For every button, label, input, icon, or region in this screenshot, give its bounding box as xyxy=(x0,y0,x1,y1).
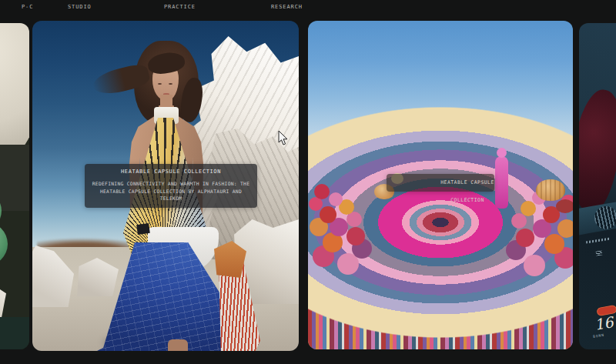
project-description: REDEFINING CONNECTIVITY AND WARMTH IN FA… xyxy=(89,180,253,202)
garment-device xyxy=(136,223,150,235)
model-eyes xyxy=(158,83,162,85)
temperature-value: 16 xyxy=(593,312,616,333)
page: { "nav": { "items": [ { "label": "P-C" }… xyxy=(0,0,616,364)
project-title: HEATABLE CAPSULE COLLECTION xyxy=(89,169,253,175)
nav-item-studio[interactable]: STUDIO xyxy=(68,4,92,10)
nav-item-research[interactable]: RESEARCH xyxy=(271,4,303,10)
rainbow-carpet xyxy=(308,103,573,342)
model-leg xyxy=(168,339,188,351)
project-card-fashion[interactable]: HEATABLE CAPSULE COLLECTION REDEFINING C… xyxy=(32,21,299,351)
nav-item-logo[interactable]: P-C xyxy=(22,4,33,10)
project-overlay: HEATABLE CAPSULE COLLECTION REDEFINING C… xyxy=(85,164,257,208)
project-card-desert[interactable]: HEATABLE CAPSULE COLLECTION xyxy=(308,21,573,349)
cursor-icon xyxy=(278,131,289,149)
project-overlay: HEATABLE CAPSULE COLLECTION xyxy=(387,174,494,192)
green-blob xyxy=(0,222,8,266)
knit-ball xyxy=(556,199,573,213)
pompom-flowers xyxy=(308,21,314,27)
project-card-partial-left[interactable] xyxy=(0,23,29,349)
globe-icon xyxy=(594,206,616,229)
caption-text-line xyxy=(586,238,611,244)
project-card-partial-right[interactable]: 16 BONN xyxy=(579,23,616,349)
project-title: HEATABLE CAPSULE COLLECTION xyxy=(440,174,494,209)
white-rock xyxy=(0,277,6,320)
nav-item-practice[interactable]: PRACTICE xyxy=(164,4,196,10)
menu-icon xyxy=(596,250,603,255)
dark-foreground xyxy=(0,317,29,349)
maroon-hooded-figure xyxy=(579,87,616,215)
dark-midground xyxy=(0,145,29,211)
knit-pumpkin xyxy=(536,179,565,201)
top-nav: P-C STUDIO PRACTICE RESEARCH xyxy=(0,0,616,15)
pink-yarn-figure xyxy=(495,156,508,209)
